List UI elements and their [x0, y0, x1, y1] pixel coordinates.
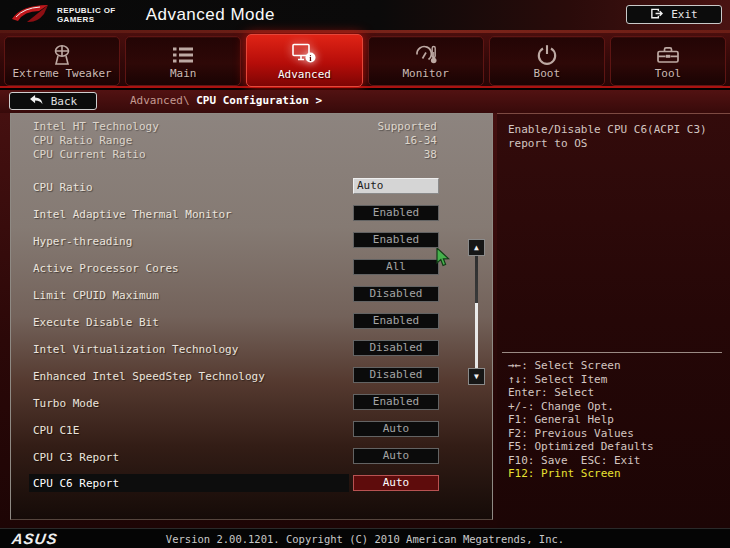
info-rows: Intel HT TechnologySupportedCPU Ratio Ra…	[33, 120, 437, 162]
setting-row-intel-virtualization-technology[interactable]: Intel Virtualization TechnologyDisabled	[11, 339, 492, 366]
back-button[interactable]: Back	[9, 92, 97, 110]
setting-value-button[interactable]: Disabled	[353, 367, 439, 383]
setting-value-button[interactable]: Enabled	[353, 232, 439, 248]
setting-label: Active Processor Cores	[33, 262, 179, 275]
info-row: CPU Ratio Range16-34	[33, 134, 437, 148]
setting-label: CPU Ratio	[33, 181, 93, 194]
top-bar: REPUBLIC OF GAMERS Advanced Mode Exit	[0, 0, 730, 30]
tab-label: Monitor	[369, 67, 483, 80]
advanced-info-icon: i	[247, 41, 361, 65]
setting-input[interactable]: Auto	[353, 178, 439, 194]
breadcrumb-prefix: Advanced\	[130, 94, 196, 107]
legend-line: ↑↓: Select Item	[508, 373, 726, 387]
info-label: CPU Current Ratio	[33, 148, 146, 162]
gauge-thermometer-icon	[369, 43, 483, 67]
scroll-down-button[interactable]: ▼	[468, 368, 485, 385]
legend-line: F2: Previous Values	[508, 427, 726, 441]
info-row: Intel HT TechnologySupported	[33, 120, 437, 134]
legend-line: →←: Select Screen	[508, 359, 726, 373]
setting-label: Intel Virtualization Technology	[33, 343, 238, 356]
legend-line: +/-: Change Opt.	[508, 400, 726, 414]
exit-label: Exit	[671, 8, 698, 21]
tab-advanced[interactable]: iAdvanced	[246, 34, 362, 87]
legend-line: F12: Print Screen	[508, 467, 726, 481]
tab-label: Advanced	[247, 68, 361, 81]
setting-label: Hyper-threading	[33, 235, 132, 248]
setting-label: CPU C3 Report	[33, 451, 119, 464]
setting-row-hyper-threading[interactable]: Hyper-threadingEnabled	[11, 231, 492, 258]
info-label: Intel HT Technology	[33, 120, 159, 134]
toolbox-icon	[611, 43, 725, 67]
setting-row-enhanced-intel-speedstep-technology[interactable]: Enhanced Intel SpeedStep TechnologyDisab…	[11, 366, 492, 393]
back-label: Back	[51, 95, 78, 108]
setting-label: CPU C6 Report	[33, 477, 119, 490]
setting-value-button[interactable]: Enabled	[353, 313, 439, 329]
info-value: 38	[424, 148, 437, 162]
scrollbar-track[interactable]	[475, 256, 478, 368]
tab-monitor[interactable]: Monitor	[368, 36, 484, 86]
setting-value-button[interactable]: Auto	[353, 421, 439, 437]
legend-line: Enter: Select	[508, 386, 726, 400]
footer-bar: ASUS Version 2.00.1201. Copyright (C) 20…	[0, 528, 730, 548]
setting-row-cpu-c6-report[interactable]: CPU C6 ReportAuto	[11, 474, 492, 501]
info-value: 16-34	[404, 134, 437, 148]
tweaker-icon	[5, 43, 119, 67]
tab-bar: Extreme TweakerMainiAdvancedMonitorBootT…	[0, 33, 730, 88]
power-icon	[490, 43, 604, 67]
help-text: Enable/Disable CPU C6(ACPI C3) report to…	[508, 123, 720, 151]
scroll-up-button[interactable]: ▲	[468, 239, 485, 256]
breadcrumb-bar: Back Advanced\ CPU Configuration >	[0, 90, 730, 113]
list-icon	[126, 43, 240, 67]
exit-icon	[650, 7, 663, 23]
setting-label: Execute Disable Bit	[33, 316, 159, 329]
setting-row-cpu-ratio[interactable]: CPU RatioAuto	[11, 177, 492, 204]
bios-screen: REPUBLIC OF GAMERS Advanced Mode Exit Ex…	[0, 0, 730, 548]
breadcrumb: Advanced\ CPU Configuration >	[130, 94, 322, 107]
info-value: Supported	[377, 120, 437, 134]
setting-row-cpu-c3-report[interactable]: CPU C3 ReportAuto	[11, 447, 492, 474]
setting-value-button[interactable]: Auto	[353, 475, 439, 491]
help-panel: Enable/Disable CPU C6(ACPI C3) report to…	[497, 113, 730, 528]
tab-extreme-tweaker[interactable]: Extreme Tweaker	[4, 36, 120, 86]
page-title: Advanced Mode	[146, 5, 275, 25]
setting-row-intel-adaptive-thermal-monitor[interactable]: Intel Adaptive Thermal MonitorEnabled	[11, 204, 492, 231]
setting-row-limit-cpuid-maximum[interactable]: Limit CPUID MaximumDisabled	[11, 285, 492, 312]
setting-label: CPU C1E	[33, 424, 79, 437]
setting-value-button[interactable]: Enabled	[353, 394, 439, 410]
setting-row-execute-disable-bit[interactable]: Execute Disable BitEnabled	[11, 312, 492, 339]
breadcrumb-current: CPU Configuration >	[196, 94, 322, 107]
setting-row-turbo-mode[interactable]: Turbo ModeEnabled	[11, 393, 492, 420]
exit-button[interactable]: Exit	[626, 5, 722, 24]
setting-label: Turbo Mode	[33, 397, 99, 410]
info-row: CPU Current Ratio38	[33, 148, 437, 162]
tab-label: Tool	[611, 67, 725, 80]
tab-boot[interactable]: Boot	[489, 36, 605, 86]
key-legend: →←: Select Screen↑↓: Select ItemEnter: S…	[508, 359, 726, 481]
tab-label: Main	[126, 67, 240, 80]
brand-text: REPUBLIC OF GAMERS	[57, 6, 116, 24]
info-label: CPU Ratio Range	[33, 134, 132, 148]
setting-value-button[interactable]: Disabled	[353, 340, 439, 356]
setting-label: Intel Adaptive Thermal Monitor	[33, 208, 232, 221]
tab-main[interactable]: Main	[125, 36, 241, 86]
setting-value-button[interactable]: Disabled	[353, 286, 439, 302]
back-arrow-icon	[29, 94, 43, 108]
setting-row-active-processor-cores[interactable]: Active Processor CoresAll	[11, 258, 492, 285]
setting-value-button[interactable]: Auto	[353, 448, 439, 464]
content-area: Intel HT TechnologySupportedCPU Ratio Ra…	[0, 113, 730, 528]
rog-logo-icon	[10, 1, 50, 29]
legend-line: F1: General Help	[508, 413, 726, 427]
legend-line: F10: Save ESC: Exit	[508, 454, 726, 468]
tab-label: Extreme Tweaker	[5, 67, 119, 80]
setting-row-cpu-c1e[interactable]: CPU C1EAuto	[11, 420, 492, 447]
tab-tool[interactable]: Tool	[610, 36, 726, 86]
legend-divider	[502, 352, 722, 353]
option-rows: CPU RatioAutoIntel Adaptive Thermal Moni…	[11, 177, 492, 501]
setting-label: Limit CPUID Maximum	[33, 289, 159, 302]
setting-value-button[interactable]: All	[353, 259, 439, 275]
setting-label: Enhanced Intel SpeedStep Technology	[33, 370, 265, 383]
tab-label: Boot	[490, 67, 604, 80]
version-text: Version 2.00.1201. Copyright (C) 2010 Am…	[0, 533, 730, 545]
setting-value-button[interactable]: Enabled	[353, 205, 439, 221]
legend-line: F5: Optimized Defaults	[508, 440, 726, 454]
